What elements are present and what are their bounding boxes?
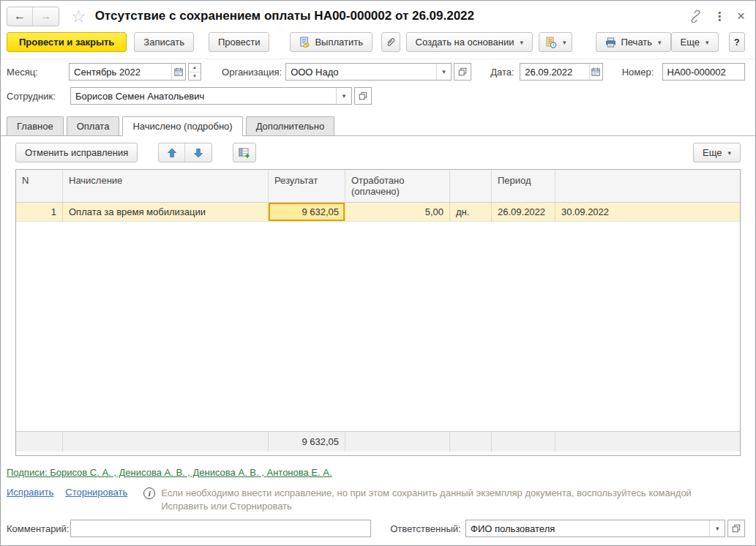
organization-dropdown-button[interactable]: ▾ (436, 64, 451, 80)
column-header-result[interactable]: Результат (269, 170, 345, 202)
header-actions: ⋮ × (689, 8, 745, 24)
spin-up-icon: ▴ (193, 64, 196, 70)
open-form-icon (458, 67, 467, 76)
table-bottom-strip (16, 452, 740, 455)
post-button[interactable]: Провести (209, 32, 270, 52)
column-header-accrual[interactable]: Начисление (63, 170, 269, 202)
cell-worked[interactable]: 5,00 (345, 203, 450, 221)
comment-input[interactable] (71, 520, 370, 536)
responsible-input[interactable] (466, 520, 709, 536)
footer-cell-worked (345, 432, 450, 452)
move-up-button[interactable] (159, 143, 185, 162)
date-calendar-button[interactable] (589, 64, 602, 80)
post-and-close-button[interactable]: Провести и закрыть (7, 32, 127, 52)
hint-text: Если необходимо внести исправление, но п… (161, 487, 695, 512)
favorite-star-icon[interactable]: ☆ (71, 7, 86, 26)
chevron-down-icon: ▾ (727, 149, 731, 157)
accruals-table: N Начисление Результат Отработано (оплач… (15, 169, 741, 456)
footer-cell-period (492, 432, 555, 452)
organization-open-button[interactable] (454, 63, 471, 81)
reminder-button[interactable]: ▾ (539, 32, 573, 52)
selected-cell-value: 9 632,05 (269, 203, 345, 221)
back-button[interactable]: ← (7, 7, 33, 26)
table-row[interactable]: 1 Оплата за время мобилизации 9 632,05 5… (16, 203, 740, 222)
responsible-open-button[interactable] (727, 520, 745, 537)
month-field (69, 63, 186, 81)
more-button-label: Еще (681, 37, 700, 48)
month-step-up-button[interactable]: ▴ (189, 64, 201, 72)
cell-accrual[interactable]: Оплата за время мобилизации (63, 203, 269, 221)
forward-button[interactable]: → (33, 7, 59, 26)
column-header-period[interactable]: Период (492, 170, 555, 202)
organization-label: Организация: (222, 67, 285, 78)
cell-n[interactable]: 1 (16, 203, 63, 221)
paperclip-icon (385, 37, 396, 48)
page-title: Отсутствие с сохранением оплаты НА00-000… (95, 9, 474, 23)
cell-result-selected[interactable]: 9 632,05 (269, 203, 345, 221)
table-more-label: Еще (703, 147, 722, 158)
signatures-link[interactable]: Подписи: Борисов С. А. , Денисова А. В. … (7, 467, 332, 478)
info-icon: i (143, 487, 155, 499)
create-based-on-label: Создать на основании (416, 37, 514, 48)
organization-input[interactable] (286, 64, 436, 80)
number-input[interactable] (663, 64, 745, 80)
table-header-row: N Начисление Результат Отработано (оплач… (16, 170, 740, 203)
move-down-button[interactable] (185, 143, 212, 162)
cell-period-start[interactable]: 26.09.2022 (492, 203, 555, 221)
hint-block: i Если необходимо внести исправление, но… (143, 487, 695, 512)
employee-field: ▾ (70, 87, 352, 105)
tab-payment[interactable]: Оплата (67, 116, 120, 135)
close-icon: × (737, 8, 745, 24)
date-field (520, 63, 603, 81)
table-plus-icon (239, 147, 250, 159)
create-based-on-button[interactable]: Создать на основании ▾ (406, 32, 533, 52)
month-step-down-button[interactable]: ▾ (189, 72, 201, 81)
back-arrow-icon: ← (14, 10, 26, 23)
column-header-n[interactable]: N (16, 170, 63, 202)
cell-unit[interactable]: дн. (450, 203, 492, 221)
employee-open-button[interactable] (354, 87, 372, 105)
tab-main[interactable]: Главное (7, 116, 64, 135)
responsible-dropdown-button[interactable]: ▾ (709, 520, 725, 536)
column-header-unit[interactable] (450, 170, 492, 202)
footer-cell-accrual (63, 432, 269, 452)
document-window: ← → ☆ Отсутствие с сохранением оплаты НА… (0, 0, 756, 546)
window-menu-button[interactable]: ⋮ (714, 10, 725, 23)
print-button[interactable]: Печать ▾ (596, 32, 670, 52)
attachments-button[interactable] (381, 32, 400, 52)
cell-period-end[interactable]: 30.09.2022 (555, 203, 740, 221)
main-toolbar: Провести и закрыть Записать Провести Вып… (1, 29, 755, 59)
column-header-period-end[interactable] (555, 170, 740, 202)
history-nav: ← → (7, 7, 59, 26)
pay-button[interactable]: Выплатить (290, 32, 373, 52)
date-input[interactable] (520, 64, 588, 80)
fields-row-2: Сотрудник: ▾ (1, 83, 755, 108)
cancel-corrections-button[interactable]: Отменить исправления (15, 143, 138, 162)
help-button[interactable]: ? (729, 32, 745, 52)
close-button[interactable]: × (737, 8, 745, 24)
employee-dropdown-button[interactable]: ▾ (336, 88, 351, 104)
tab-accrued-detail[interactable]: Начислено (подробно) (122, 116, 242, 136)
open-form-icon (359, 91, 367, 100)
employee-input[interactable] (71, 88, 336, 104)
bottom-row: Комментарий: Ответственный: ▾ (1, 514, 755, 545)
tab-additional[interactable]: Дополнительно (246, 116, 335, 135)
table-add-button[interactable] (233, 143, 256, 162)
print-button-label: Печать (621, 37, 652, 48)
fix-link[interactable]: Исправить (7, 487, 53, 498)
comment-label: Комментарий: (7, 523, 70, 534)
reverse-link[interactable]: Сторнировать (65, 487, 127, 498)
forward-arrow-icon: → (40, 10, 52, 23)
month-input[interactable] (70, 64, 171, 80)
more-button[interactable]: Еще ▾ (671, 32, 719, 52)
get-link-button[interactable] (689, 10, 702, 23)
chevron-down-icon: ▾ (520, 39, 523, 46)
spin-down-icon: ▾ (193, 73, 196, 79)
month-calendar-button[interactable] (171, 64, 185, 80)
move-buttons (158, 143, 212, 162)
save-button[interactable]: Записать (134, 32, 194, 52)
column-header-worked[interactable]: Отработано (оплачено) (345, 170, 450, 202)
table-more-button[interactable]: Еще ▾ (693, 143, 741, 162)
responsible-field: ▾ (465, 520, 725, 537)
pay-button-label: Выплатить (315, 37, 363, 48)
